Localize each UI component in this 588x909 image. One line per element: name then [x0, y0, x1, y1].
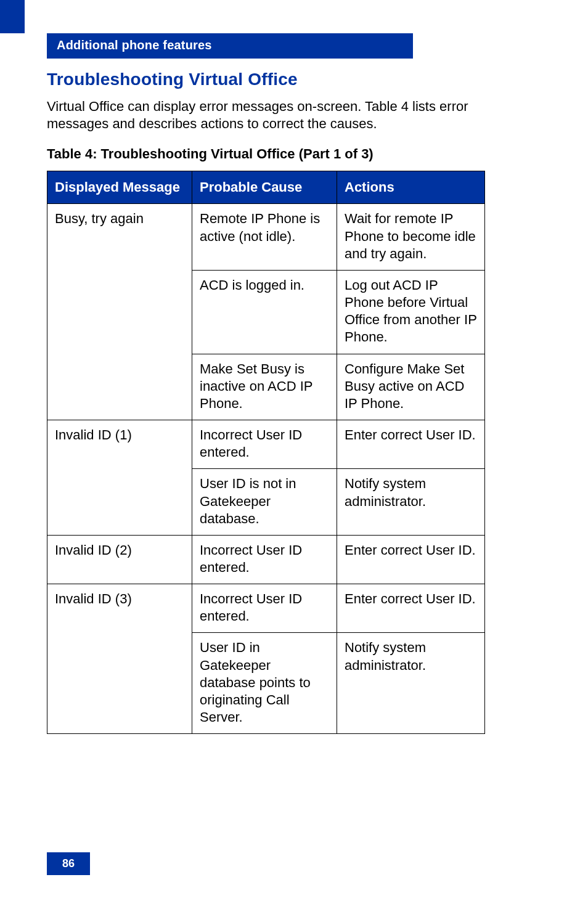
cell-probable-cause: User ID is not in Gatekeeper database. — [192, 469, 337, 535]
cell-displayed-message: Invalid ID (2) — [47, 535, 192, 584]
table-caption: Table 4: Troubleshooting Virtual Office … — [47, 146, 484, 162]
intro-paragraph: Virtual Office can display error message… — [47, 98, 484, 132]
cell-probable-cause: ACD is logged in. — [192, 270, 337, 354]
cell-probable-cause: User ID in Gatekeeper database points to… — [192, 633, 337, 734]
troubleshooting-table: Displayed Message Probable Cause Actions… — [47, 171, 485, 734]
table-row: Busy, try again Remote IP Phone is activ… — [47, 204, 485, 270]
cell-actions: Enter correct User ID. — [337, 584, 485, 633]
cell-actions: Configure Make Set Busy active on ACD IP… — [337, 354, 485, 420]
cell-actions: Enter correct User ID. — [337, 535, 485, 584]
cell-probable-cause: Remote IP Phone is active (not idle). — [192, 204, 337, 270]
page-number: 86 — [47, 852, 90, 875]
decorative-left-bar — [0, 0, 25, 33]
cell-actions: Notify system administrator. — [337, 633, 485, 734]
page-heading: Troubleshooting Virtual Office — [47, 70, 484, 89]
cell-displayed-message: Invalid ID (3) — [47, 584, 192, 734]
cell-probable-cause: Incorrect User ID entered. — [192, 420, 337, 469]
table-row: Invalid ID (2) Incorrect User ID entered… — [47, 535, 485, 584]
cell-probable-cause: Incorrect User ID entered. — [192, 584, 337, 633]
cell-actions: Wait for remote IP Phone to become idle … — [337, 204, 485, 270]
table-header-row: Displayed Message Probable Cause Actions — [47, 171, 485, 204]
cell-actions: Notify system administrator. — [337, 469, 485, 535]
cell-probable-cause: Incorrect User ID entered. — [192, 535, 337, 584]
document-page: Additional phone features Troubleshootin… — [0, 0, 588, 909]
col-header-probable-cause: Probable Cause — [192, 171, 337, 204]
cell-displayed-message: Invalid ID (1) — [47, 420, 192, 536]
content-area: Troubleshooting Virtual Office Virtual O… — [47, 70, 484, 734]
table-row: Invalid ID (1) Incorrect User ID entered… — [47, 420, 485, 469]
cell-actions: Enter correct User ID. — [337, 420, 485, 469]
cell-displayed-message: Busy, try again — [47, 204, 192, 420]
col-header-displayed-message: Displayed Message — [47, 171, 192, 204]
section-header: Additional phone features — [47, 33, 413, 59]
col-header-actions: Actions — [337, 171, 485, 204]
table-row: Invalid ID (3) Incorrect User ID entered… — [47, 584, 485, 633]
cell-actions: Log out ACD IP Phone before Virtual Offi… — [337, 270, 485, 354]
cell-probable-cause: Make Set Busy is inactive on ACD IP Phon… — [192, 354, 337, 420]
